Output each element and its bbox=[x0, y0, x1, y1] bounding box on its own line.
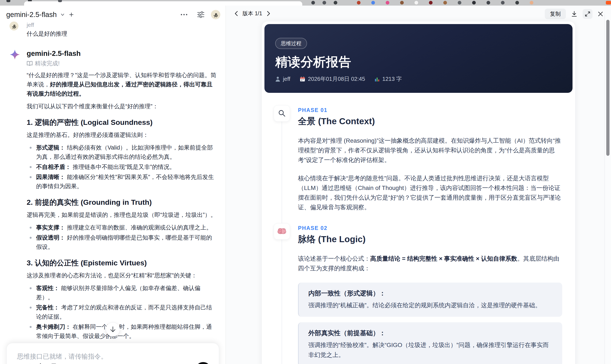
version-navigator: 版本 1/1 bbox=[234, 10, 271, 17]
book-icon bbox=[27, 61, 33, 66]
list-item: 奥卡姆剃刀：在解释同一个现象时，如果两种推理都能站得住脚，通常倾向于最简单、假设… bbox=[27, 322, 217, 341]
reading-status: 精读完成! bbox=[27, 60, 217, 67]
extension-icon[interactable] bbox=[357, 1, 360, 4]
more-options-icon[interactable] bbox=[180, 13, 188, 16]
bullet-list: 形式逻辑：结构必须有效（Valid）。比如演绎推理中，如果前提全部为真，那么通过… bbox=[27, 143, 217, 191]
voice-input-button[interactable] bbox=[195, 362, 211, 364]
author-meta: jeff bbox=[275, 76, 290, 82]
extension-icon[interactable] bbox=[501, 1, 505, 4]
report-type-badge: 思维过程 bbox=[275, 38, 307, 49]
brain-icon bbox=[274, 223, 290, 240]
assistant-paragraph: 我们可以从以下四个维度来衡量什么是“好的推理”： bbox=[27, 102, 217, 111]
phase-section-context: PHASE 01 全景 (The Context) 本内容是对“推理 (Reas… bbox=[298, 107, 562, 212]
phase-paragraph: 核心情境在于解决“思考的随意性”问题。不论是人类通过批判性思维进行决策，还是大语… bbox=[298, 173, 562, 212]
browser-reload-icon[interactable] bbox=[6, 0, 10, 2]
viewer-actions: 复制 bbox=[545, 9, 604, 19]
list-item: 完备性：考虑了对立的观点和潜在的反证，而不是只选择支持自己结论的证据。 bbox=[27, 303, 217, 322]
tab-menu-icon[interactable] bbox=[58, 0, 62, 2]
extension-icon[interactable] bbox=[414, 1, 418, 4]
browser-toolbar bbox=[0, 0, 611, 6]
extension-icon[interactable] bbox=[400, 1, 404, 4]
list-item: 不自相矛盾：推理链条中不能出现“既是又非”的情况。 bbox=[27, 162, 217, 172]
date-meta: 2026年01月08日 02:45 bbox=[300, 75, 365, 83]
bullet-list: 客观性：能够识别并尽量排除个人偏见（如幸存者偏差、确认偏差）。 完备性：考虑了对… bbox=[27, 284, 217, 341]
assistant-paragraph: “什么是好的推理？”这是一个涉及逻辑学、认知科学和哲学核心的问题。简单来说，好的… bbox=[27, 71, 217, 98]
scrollbar-thumb[interactable] bbox=[606, 20, 610, 156]
fullscreen-icon[interactable] bbox=[583, 9, 593, 19]
extension-icon[interactable] bbox=[386, 1, 389, 4]
report-body: PHASE 01 全景 (The Context) 本内容是对“推理 (Reas… bbox=[262, 95, 575, 364]
copy-button[interactable]: 复制 bbox=[545, 9, 566, 19]
list-item: 形式逻辑：结构必须有效（Valid）。比如演绎推理中，如果前提全部为真，那么通过… bbox=[27, 143, 217, 162]
extension-icon[interactable] bbox=[371, 1, 375, 4]
dimension-card: 外部真实性（前提基础）： 强调推理的“经验校准”。解决“GIGO（垃圾进，垃圾出… bbox=[298, 322, 562, 364]
extension-icon[interactable] bbox=[515, 1, 519, 4]
phase-paragraph: 本内容是对“推理 (Reasoning)”这一抽象概念的高层建模。在知识爆炸与人… bbox=[298, 136, 562, 165]
phase-label: PHASE 02 bbox=[298, 225, 562, 231]
list-item: 客观性：能够识别并尽量排除个人偏见（如幸存者偏差、确认偏差）。 bbox=[27, 284, 217, 302]
extension-icon[interactable] bbox=[606, 1, 611, 4]
list-item: 事实支撑：推理建立在可靠的数据、准确的观测或公认的真理之上。 bbox=[27, 223, 217, 232]
new-chat-button[interactable] bbox=[68, 12, 74, 18]
extension-icon[interactable] bbox=[322, 1, 326, 4]
scrollbar-track[interactable] bbox=[605, 14, 611, 364]
profile-avatar-icon[interactable] bbox=[530, 1, 533, 4]
message-author: gemini-2.5-flash bbox=[27, 49, 217, 58]
card-body: 强调推理的“机械正确”。结论必须在给定的规则系统内逻辑自洽，这是推理的硬件基础。 bbox=[308, 300, 553, 310]
card-title: 内部一致性（形式逻辑）： bbox=[308, 289, 553, 298]
extension-icon[interactable] bbox=[487, 1, 490, 4]
user-avatar[interactable] bbox=[211, 10, 220, 19]
report-header: 思维过程 精读分析报告 jeff 2026年01月08日 02:45 bbox=[265, 24, 572, 93]
user-avatar bbox=[10, 22, 18, 30]
chat-message-list[interactable]: jeff 什么是好的推理 gemini-2.5-flash bbox=[0, 22, 226, 364]
card-body: 强调推理的“经验校准”。解决“GIGO（垃圾进，垃圾出）”问题，确保推理引擎运行… bbox=[308, 340, 553, 360]
section-lead: 这是推理的基石。好的推理必须遵循逻辑法则： bbox=[27, 130, 217, 140]
dimension-card: 内部一致性（形式逻辑）： 强调推理的“机械正确”。结论必须在给定的规则系统内逻辑… bbox=[298, 283, 562, 317]
magnifier-icon bbox=[274, 105, 290, 122]
extension-icon[interactable] bbox=[334, 1, 337, 4]
chat-panel: gemini-2.5-flash bbox=[0, 6, 226, 364]
message-text: 什么是好的推理 bbox=[27, 29, 217, 39]
settings-sliders-icon[interactable] bbox=[197, 11, 204, 18]
bar-chart-icon bbox=[374, 76, 380, 82]
arrow-down-icon bbox=[110, 326, 116, 333]
section-lead: 这涉及推理者的心态和方法论，也是区分“杠精”和“思想家”的关键： bbox=[27, 271, 217, 280]
composer-input[interactable]: 思维接口已就绪，请传输指令。 bbox=[7, 343, 219, 361]
calendar-icon bbox=[300, 76, 305, 82]
extension-icon[interactable] bbox=[311, 1, 315, 4]
user-message: jeff 什么是好的推理 bbox=[10, 22, 217, 39]
phase-title: 脉络 (The Logic) bbox=[298, 233, 562, 245]
list-item: 因果清晰：能准确区分“相关性”和“因果关系”，不会轻率地将先后发生的事情归为因果… bbox=[27, 172, 217, 191]
gemini-star-icon bbox=[10, 49, 27, 364]
extension-icon[interactable] bbox=[429, 1, 433, 4]
extension-icon[interactable] bbox=[443, 1, 447, 4]
bullet-list: 事实支撑：推理建立在可靠的数据、准确的观测或公认的真理之上。 假设透明：好的推理… bbox=[27, 223, 217, 252]
report-meta: jeff 2026年01月08日 02:45 1213 字 bbox=[275, 75, 402, 83]
next-version-icon[interactable] bbox=[266, 11, 271, 16]
browser-address-bar[interactable] bbox=[24, 1, 302, 6]
download-icon[interactable] bbox=[571, 10, 578, 18]
message-composer[interactable]: 思维接口已就绪，请传输指令。 bbox=[6, 343, 219, 364]
extension-icon[interactable] bbox=[458, 1, 461, 4]
dimension-cards: 内部一致性（形式逻辑）： 强调推理的“机械正确”。结论必须在给定的规则系统内逻辑… bbox=[298, 283, 562, 364]
close-icon[interactable] bbox=[597, 11, 604, 17]
report-title: 精读分析报告 bbox=[275, 54, 351, 70]
app-window: gemini-2.5-flash bbox=[0, 0, 611, 364]
conversation-title[interactable]: gemini-2.5-flash bbox=[6, 11, 57, 19]
card-title: 外部真实性（前提基础）： bbox=[308, 329, 553, 338]
report-document[interactable]: 思维过程 精读分析报告 jeff 2026年01月08日 02:45 bbox=[262, 22, 575, 364]
assistant-message: gemini-2.5-flash 精读完成! “什么是好的推理？”这是一个涉及逻… bbox=[10, 49, 217, 364]
scroll-to-bottom-button[interactable] bbox=[106, 322, 120, 337]
previous-version-icon[interactable] bbox=[234, 11, 239, 16]
person-icon bbox=[275, 76, 280, 82]
section-heading: 3. 认知的公正性 (Epistemic Virtues) bbox=[27, 258, 217, 268]
list-item: 假设透明：好的推理会明确指明哪些是已知事实，哪些是基于可能的假设。 bbox=[27, 233, 217, 252]
phase-paragraph: 该论述基于一个核心公式：高质量结论 = 结构完整性 × 事实准确性 × 认知自律… bbox=[298, 254, 562, 273]
diamond-cluster-icon[interactable] bbox=[37, 363, 44, 364]
phase-title: 全景 (The Context) bbox=[298, 115, 562, 127]
artifact-viewer-panel: 版本 1/1 复制 思维过程 精读分析报告 bbox=[226, 6, 611, 364]
extension-icon[interactable] bbox=[472, 1, 476, 4]
word-count-meta: 1213 字 bbox=[374, 75, 402, 83]
phase-label: PHASE 01 bbox=[298, 107, 562, 113]
chevron-down-icon[interactable] bbox=[60, 12, 65, 17]
